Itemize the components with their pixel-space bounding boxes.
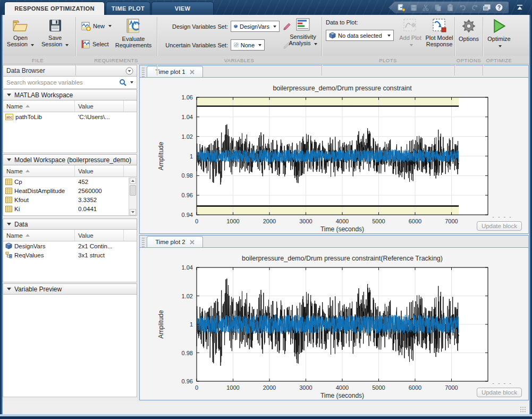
table-row[interactable]: abc pathToLib 'C:\Users\... bbox=[3, 112, 137, 121]
minimize-ribbon-icon[interactable] bbox=[513, 2, 527, 13]
column-header-name[interactable]: Name bbox=[3, 100, 75, 112]
window-frame bbox=[0, 416, 532, 419]
redo-icon bbox=[469, 3, 480, 12]
svg-text:0: 0 bbox=[195, 384, 198, 391]
table-row[interactable]: Ki0.0441 bbox=[3, 204, 137, 213]
section-matlab-workspace[interactable]: MATLAB Workspace bbox=[3, 89, 137, 100]
app-window: RESPONSE OPTIMIZATION TIME PLOT VIEW bbox=[0, 0, 532, 419]
svg-text:Time (seconds): Time (seconds) bbox=[320, 225, 364, 233]
svg-text:1.02: 1.02 bbox=[182, 293, 193, 299]
resize-grip[interactable] bbox=[520, 406, 526, 413]
design-variables-combo[interactable]: DesignVars bbox=[231, 21, 280, 32]
figure-content: 010002000300040005000600070000.960.9811.… bbox=[140, 247, 528, 400]
table-row[interactable]: HeatDistAmplitude2560000 bbox=[3, 186, 137, 195]
svg-text:Time (seconds): Time (seconds) bbox=[320, 392, 364, 399]
close-tab-icon[interactable] bbox=[190, 240, 195, 245]
figure-tab-time-plot-1[interactable]: Time plot 1 bbox=[147, 66, 203, 77]
figure-tabbar: Time plot 1 bbox=[140, 65, 528, 77]
scrollbar-thumb[interactable] bbox=[130, 185, 136, 196]
column-header-name[interactable]: Name bbox=[3, 165, 75, 177]
cube-icon bbox=[329, 32, 336, 39]
table-row[interactable]: Cp452 bbox=[3, 177, 137, 186]
svg-text:4000: 4000 bbox=[336, 218, 349, 224]
data-to-plot-label: Data to Plot: bbox=[326, 19, 358, 26]
drag-grip[interactable] bbox=[141, 237, 146, 247]
dropdown-caret-icon bbox=[499, 45, 502, 47]
time-plot-1-chart[interactable]: 010002000300040005000600070000.940.960.9… bbox=[140, 78, 528, 234]
group-optimize: Optimize bbox=[483, 15, 515, 56]
svg-text:2000: 2000 bbox=[263, 218, 276, 224]
svg-text:1.04: 1.04 bbox=[182, 264, 193, 271]
windows-layout-icon[interactable] bbox=[482, 3, 492, 12]
sort-ascending-icon bbox=[26, 170, 30, 172]
vertical-scrollbar[interactable] bbox=[129, 178, 137, 215]
help-icon[interactable]: ? bbox=[494, 3, 504, 12]
update-block-button[interactable]: Update block bbox=[477, 221, 522, 231]
section-variable-preview[interactable]: Variable Preview bbox=[3, 283, 137, 295]
scroll-up-icon[interactable] bbox=[130, 178, 136, 184]
uncertain-variables-combo[interactable]: None bbox=[231, 39, 265, 51]
evaluate-requirements-button[interactable]: EvaluateRequirements bbox=[112, 15, 155, 56]
figure-tab-time-plot-2[interactable]: Time plot 2 bbox=[147, 236, 203, 247]
section-title: MATLAB Workspace bbox=[14, 91, 73, 99]
dropdown-caret-icon bbox=[258, 44, 261, 46]
panel-menu-icon[interactable] bbox=[125, 67, 133, 75]
group-variables: Design Variables Set: DesignVars Uncerta… bbox=[157, 15, 321, 56]
titlebar: RESPONSE OPTIMIZATION TIME PLOT VIEW bbox=[0, 0, 532, 15]
update-block-button[interactable]: Update block bbox=[477, 388, 522, 397]
gear-icon bbox=[461, 18, 477, 34]
options-button[interactable]: Options bbox=[459, 15, 479, 56]
svg-text:0.94: 0.94 bbox=[182, 212, 193, 218]
data-browser-panel: Data Browser MATLAB Workspace Name Value… bbox=[3, 65, 137, 401]
table-row[interactable]: Kfout3.3352 bbox=[3, 195, 137, 204]
open-session-button[interactable]: OpenSession bbox=[7, 15, 34, 56]
cube-icon bbox=[5, 242, 12, 249]
column-header-value[interactable]: Value bbox=[75, 100, 124, 112]
svg-text:?: ? bbox=[497, 5, 501, 11]
svg-text:0.96: 0.96 bbox=[182, 192, 193, 198]
svg-text:Amplitude: Amplitude bbox=[157, 310, 165, 339]
export-session-icon[interactable] bbox=[396, 3, 407, 12]
cut-icon bbox=[420, 3, 431, 12]
data-to-plot-combo[interactable]: No data selected bbox=[326, 30, 394, 41]
column-header-value[interactable]: Value bbox=[75, 230, 124, 241]
optimize-button[interactable]: Optimize bbox=[487, 15, 510, 56]
numeric-grid-icon bbox=[5, 206, 12, 212]
time-plot-2-chart[interactable]: 010002000300040005000600070000.960.9811.… bbox=[140, 248, 528, 400]
add-plot-icon bbox=[403, 18, 418, 33]
svg-text:boilerpressure_demo/Drum press: boilerpressure_demo/Drum pressure constr… bbox=[242, 255, 443, 262]
tab-response-optimization[interactable]: RESPONSE OPTIMIZATION bbox=[4, 2, 105, 15]
table-row[interactable]: DesignVars 2x1 Contin... bbox=[3, 241, 137, 250]
column-header-value[interactable]: Value bbox=[75, 165, 124, 177]
collapse-icon bbox=[7, 288, 11, 290]
new-requirement-icon bbox=[81, 22, 91, 31]
svg-text:3000: 3000 bbox=[299, 384, 312, 391]
ribbon-tabs: RESPONSE OPTIMIZATION TIME PLOT VIEW bbox=[4, 0, 214, 15]
tab-time-plot[interactable]: TIME PLOT bbox=[106, 2, 150, 15]
plot-model-response-button[interactable]: Plot ModelResponse bbox=[425, 15, 454, 56]
ribbon-section-strip: FILE REQUIREMENTS VARIABLES PLOTS OPTION… bbox=[3, 56, 529, 64]
scroll-down-icon[interactable] bbox=[130, 209, 136, 215]
section-data[interactable]: Data bbox=[3, 219, 137, 230]
section-label-requirements: REQUIREMENTS bbox=[76, 56, 156, 64]
numeric-grid-icon bbox=[5, 179, 12, 185]
column-header-name[interactable]: Name bbox=[3, 230, 75, 241]
sensitivity-analysis-button[interactable]: SensitivityAnalysis bbox=[286, 15, 320, 56]
save-session-button[interactable]: SaveSession bbox=[41, 15, 69, 56]
close-tab-icon[interactable] bbox=[190, 70, 195, 74]
section-model-workspace[interactable]: Model Workspace (boilerpressure_demo) bbox=[3, 154, 137, 165]
paste-icon bbox=[445, 3, 455, 12]
table-row[interactable]: ReqValues 3x1 struct bbox=[3, 250, 137, 259]
drag-grip[interactable] bbox=[141, 66, 146, 77]
svg-text:5000: 5000 bbox=[372, 384, 385, 391]
new-requirement-button[interactable]: New bbox=[81, 21, 112, 31]
evaluate-requirements-icon bbox=[125, 18, 141, 34]
search-options-caret-icon[interactable] bbox=[130, 81, 133, 83]
search-icon[interactable] bbox=[119, 79, 127, 87]
data-browser-title: Data Browser bbox=[6, 67, 45, 74]
tab-view[interactable]: VIEW bbox=[151, 2, 214, 15]
search-input[interactable] bbox=[6, 79, 119, 86]
select-requirement-button[interactable]: Select bbox=[81, 39, 109, 49]
dropdown-caret-icon bbox=[387, 35, 391, 37]
ribbon: OpenSession SaveSession New Select Evalu… bbox=[3, 15, 529, 56]
